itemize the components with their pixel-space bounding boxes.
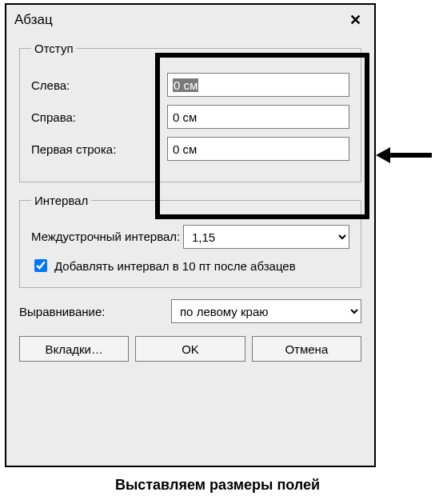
spacing-legend: Интервал <box>31 194 91 207</box>
indent-legend: Отступ <box>31 42 77 55</box>
indent-right-input[interactable] <box>167 105 349 129</box>
line-spacing-label: Междустрочный интервал: <box>31 230 183 244</box>
paragraph-dialog: Абзац ✕ Отступ Слева: 0 см Справа: Перва… <box>5 3 376 467</box>
arrow-annotation <box>376 139 432 171</box>
indent-firstline-label: Первая строка: <box>31 142 167 156</box>
button-row: Вкладки… OK Отмена <box>19 336 361 362</box>
add-space-row: Добавлять интервал в 10 пт после абзацев <box>31 257 349 274</box>
indent-left-row: Слева: 0 см <box>31 73 349 97</box>
alignment-row: Выравнивание: по левому краю <box>19 299 361 323</box>
indent-left-input[interactable]: 0 см <box>167 73 349 97</box>
svg-marker-1 <box>376 147 390 163</box>
line-spacing-row: Междустрочный интервал: 1,15 <box>31 225 349 249</box>
indent-right-label: Справа: <box>31 110 167 124</box>
indent-left-label: Слева: <box>31 78 167 92</box>
alignment-label: Выравнивание: <box>19 305 171 318</box>
alignment-select[interactable]: по левому краю <box>171 299 361 323</box>
indent-firstline-input[interactable] <box>167 137 349 161</box>
cancel-button[interactable]: Отмена <box>252 336 361 362</box>
add-space-checkbox[interactable] <box>34 259 47 272</box>
spacing-group: Интервал Междустрочный интервал: 1,15 До… <box>19 194 361 288</box>
indent-right-row: Справа: <box>31 105 349 129</box>
caption-text: Выставляем размеры полей <box>0 477 435 494</box>
titlebar: Абзац ✕ <box>6 5 374 34</box>
add-space-label: Добавлять интервал в 10 пт после абзацев <box>54 259 296 273</box>
tabs-button[interactable]: Вкладки… <box>19 336 129 362</box>
indent-group: Отступ Слева: 0 см Справа: Первая строка… <box>19 42 361 182</box>
indent-firstline-row: Первая строка: <box>31 137 349 161</box>
line-spacing-select[interactable]: 1,15 <box>183 225 349 249</box>
ok-button[interactable]: OK <box>135 336 245 362</box>
dialog-title: Абзац <box>14 12 53 28</box>
close-icon[interactable]: ✕ <box>345 10 366 30</box>
dialog-body: Отступ Слева: 0 см Справа: Первая строка… <box>6 34 374 373</box>
indent-left-value: 0 см <box>173 78 198 92</box>
